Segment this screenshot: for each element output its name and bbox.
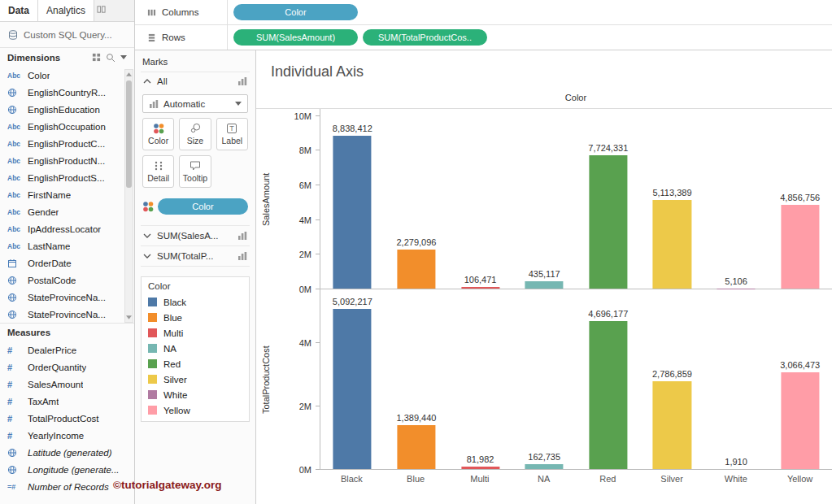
dimension-field-englishproductn[interactable]: Abc EnglishProductN... <box>0 152 134 169</box>
measure-field-dealerprice[interactable]: # DealerPrice <box>0 341 134 358</box>
mark-button-size[interactable]: Size <box>179 118 211 150</box>
mark-button-label[interactable]: T Label <box>216 118 248 150</box>
tab-analytics[interactable]: Analytics <box>38 0 94 21</box>
legend-label: Yellow <box>163 406 190 415</box>
bar-slot-na: 162,735 <box>512 289 577 469</box>
bar-totalproductcost-blue[interactable] <box>397 425 435 469</box>
x-axis-labels: BlackBlueMultiNARedSilverWhiteYellow <box>320 470 832 489</box>
x-axis-label-black[interactable]: Black <box>320 470 384 489</box>
legend-title: Color <box>142 277 249 294</box>
mark-button-color[interactable]: Color <box>142 118 174 150</box>
column-field-header[interactable]: Color <box>320 80 832 108</box>
dimension-field-color[interactable]: Abc Color <box>0 67 134 84</box>
dimension-field-stateprovincena[interactable]: StateProvinceNa... <box>0 306 134 323</box>
mark-button-detail[interactable]: Detail <box>142 155 174 188</box>
pane-control[interactable] <box>91 5 111 14</box>
field-label: StateProvinceNa... <box>28 310 106 319</box>
x-axis-label-multi[interactable]: Multi <box>448 470 512 489</box>
legend-item-red[interactable]: Red <box>142 356 249 371</box>
x-axis-label-silver[interactable]: Silver <box>640 470 704 489</box>
measure-field-latitude-generated[interactable]: Latitude (generated) <box>0 444 134 461</box>
x-axis-label-na[interactable]: NA <box>512 470 576 489</box>
bar-totalproductcost-yellow[interactable] <box>781 372 819 469</box>
bar-salesamount-yellow[interactable] <box>781 205 819 289</box>
bar-totalproductcost-na[interactable] <box>525 464 564 469</box>
scroll-down-icon[interactable] <box>125 313 133 322</box>
dimension-field-englishcountryr[interactable]: EnglishCountryR... <box>0 84 134 101</box>
chevron-down-icon <box>143 254 151 259</box>
mark-type-dropdown[interactable]: Automatic <box>142 94 248 113</box>
dimension-field-ipaddresslocator[interactable]: Abc IpAddressLocator <box>0 220 134 237</box>
legend-item-silver[interactable]: Silver <box>142 371 249 387</box>
x-axis-label-yellow[interactable]: Yellow <box>768 470 832 489</box>
search-icon[interactable] <box>106 53 115 63</box>
datasource-label: Custom SQL Query... <box>24 30 112 40</box>
dimension-field-stateprovincena[interactable]: StateProvinceNa... <box>0 289 134 306</box>
bar-totalproductcost-silver[interactable] <box>653 381 691 469</box>
y-axis-title[interactable]: TotalProductCost <box>259 289 272 470</box>
bar-totalproductcost-black[interactable] <box>333 309 372 469</box>
bar-salesamount-multi[interactable] <box>461 287 499 289</box>
legend-item-blue[interactable]: Blue <box>142 310 249 325</box>
field-label: OrderDate <box>28 259 72 268</box>
caret-down-icon[interactable] <box>120 55 127 59</box>
bar-salesamount-blue[interactable] <box>397 250 435 289</box>
bar-salesamount-black[interactable] <box>333 136 372 289</box>
tab-data[interactable]: Data <box>0 0 38 21</box>
measure-field-totalproductcost[interactable]: # TotalProductCost <box>0 410 134 427</box>
dimension-field-englisheducation[interactable]: EnglishEducation <box>0 101 134 118</box>
legend-label: Black <box>163 298 186 307</box>
marks-field-sum-salesa[interactable]: SUM(SalesA... <box>141 225 250 245</box>
bar-salesamount-red[interactable] <box>589 155 627 289</box>
x-axis-label-blue[interactable]: Blue <box>384 470 448 489</box>
y-tick-label: 10M <box>294 111 311 121</box>
dimension-field-englishproductc[interactable]: Abc EnglishProductC... <box>0 135 134 152</box>
globe-icon <box>7 310 24 319</box>
globe-icon <box>7 465 24 475</box>
marks-field-sum-totalp[interactable]: SUM(TotalP... <box>141 245 250 266</box>
bar-totalproductcost-multi[interactable] <box>461 467 499 469</box>
bar-totalproductcost-red[interactable] <box>589 321 627 469</box>
marks-all-row[interactable]: All <box>141 72 250 89</box>
y-tick-label: 2M <box>299 402 311 411</box>
dimension-field-gender[interactable]: Abc Gender <box>0 203 134 220</box>
field-label: FirstName <box>28 190 71 200</box>
measure-field-taxamt[interactable]: # TaxAmt <box>0 393 134 410</box>
legend-item-yellow[interactable]: Yellow <box>142 402 249 418</box>
dimension-field-englishproducts[interactable]: Abc EnglishProductS... <box>0 169 134 186</box>
x-axis-label-white[interactable]: White <box>704 470 769 489</box>
legend-item-na[interactable]: NA <box>142 341 249 356</box>
measures-header: Measures <box>0 323 134 341</box>
legend-item-white[interactable]: White <box>142 387 249 402</box>
mark-button-label: Size <box>187 136 203 146</box>
dimension-field-orderdate[interactable]: OrderDate <box>0 254 134 272</box>
x-axis-label-red[interactable]: Red <box>576 470 640 489</box>
shelf-pill-color[interactable]: Color <box>233 4 358 20</box>
scrollbar-thumb[interactable] <box>126 80 132 188</box>
grid-view-icon[interactable] <box>92 53 101 62</box>
database-icon <box>7 29 19 41</box>
measure-field-yearlyincome[interactable]: # YearlyIncome <box>0 427 134 444</box>
dimension-field-lastname[interactable]: Abc LastName <box>0 237 134 254</box>
shelf-pill-sum-totalproductcos[interactable]: SUM(TotalProductCos.. <box>363 29 487 46</box>
dimension-field-englishoccupation[interactable]: Abc EnglishOccupation <box>0 118 134 135</box>
y-axis-title[interactable]: SalesAmount <box>259 109 272 289</box>
measure-field-orderquantity[interactable]: # OrderQuantity <box>0 358 134 376</box>
bar-salesamount-na[interactable] <box>525 281 564 289</box>
measure-field-salesamount[interactable]: # SalesAmount <box>0 376 134 393</box>
bar-slot-black: 5,092,217 <box>320 289 385 469</box>
shelf-pill-sum-salesamount[interactable]: SUM(SalesAmount) <box>233 29 358 46</box>
legend-item-black[interactable]: Black <box>142 294 249 310</box>
measure-field-longitude-generate[interactable]: Longitude (generate... <box>0 461 134 478</box>
marks-color-pill[interactable]: Color <box>158 198 248 215</box>
y-tick-label: 0M <box>299 465 311 475</box>
legend-item-multi[interactable]: Multi <box>142 325 249 341</box>
mark-button-tooltip[interactable]: Tooltip <box>179 155 211 188</box>
datasource-row[interactable]: Custom SQL Query... <box>0 22 134 48</box>
bar-salesamount-silver[interactable] <box>653 200 691 289</box>
scroll-up-icon[interactable] <box>125 70 133 79</box>
dimension-field-firstname[interactable]: Abc FirstName <box>0 186 134 203</box>
pill-label: SUM(SalesAmount) <box>256 33 335 42</box>
dimension-field-postalcode[interactable]: PostalCode <box>0 272 134 289</box>
dimensions-scrollbar[interactable] <box>124 69 133 323</box>
